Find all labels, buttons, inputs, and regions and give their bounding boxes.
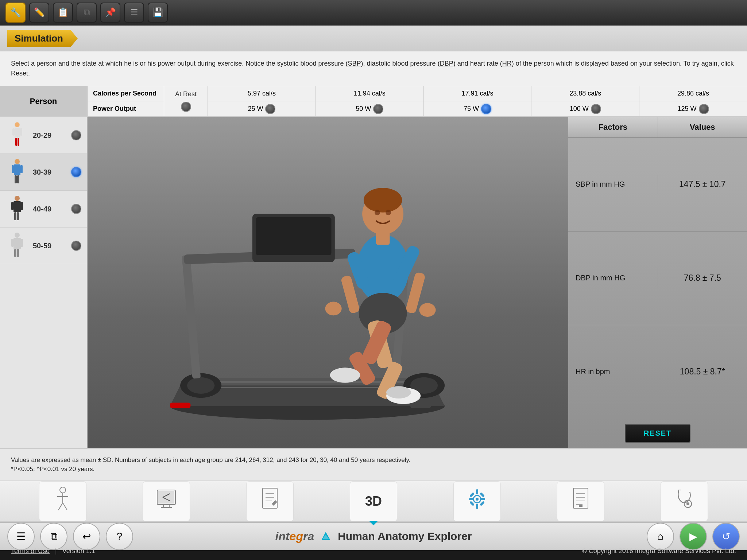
middle-section: 20-29 30-39 <box>0 117 747 448</box>
copy-button[interactable]: ⧉ <box>40 523 67 550</box>
person-row-20-29[interactable]: 20-29 <box>0 117 87 154</box>
bottom-icon-tabs: 3D <box>0 481 747 522</box>
footer-separator: | <box>55 547 57 555</box>
svg-rect-15 <box>14 212 16 220</box>
document-icon <box>570 486 592 516</box>
toolbar: 🔧 ✏️ 📋 ⧉ 📌 ☰ 💾 <box>0 0 747 26</box>
help-button[interactable]: ? <box>106 523 133 550</box>
svg-point-7 <box>15 159 20 164</box>
power-100-radio[interactable] <box>591 104 601 114</box>
power-125: 125 W <box>639 101 747 116</box>
edit-icon <box>259 486 281 516</box>
treadmill-svg <box>88 117 568 448</box>
tab-edit[interactable] <box>246 481 294 521</box>
app-bar: ☰ ⧉ ↩ ? integra Human Anatomy Explorer ⌂… <box>0 522 747 550</box>
tab-document[interactable] <box>557 481 604 521</box>
svg-rect-2 <box>15 138 17 146</box>
person-radio-30-39[interactable] <box>71 167 81 177</box>
power-headers: 5.97 cal/s 25 W 11.94 cal/s 50 W <box>208 86 747 116</box>
factors-header-value: Values <box>658 117 747 137</box>
tab-stethoscope[interactable] <box>661 481 708 521</box>
version-text: Version 1.1 <box>62 547 95 555</box>
toolbar-btn-pin[interactable]: 📌 <box>100 3 120 23</box>
cal-75: 17.91 cal/s <box>424 86 531 101</box>
toolbar-btn-bars[interactable]: ☰ <box>124 3 144 23</box>
person-avatar-50-59 <box>5 231 29 260</box>
toolbar-btn-layers[interactable]: ⧉ <box>77 3 97 23</box>
description-text: Select a person and the state at which h… <box>0 51 747 86</box>
toolbar-btn-wrench[interactable]: 🔧 <box>5 3 26 23</box>
power-25-radio[interactable] <box>265 104 275 114</box>
home-button[interactable]: ⌂ <box>647 523 674 550</box>
integra-logo: integra <box>275 530 314 543</box>
svg-rect-34 <box>170 402 190 408</box>
svg-point-93 <box>686 502 689 505</box>
copyright-text: © Copyright 2016 Integra Software Servic… <box>582 547 736 555</box>
at-rest-radio[interactable] <box>181 102 191 112</box>
person-age-50-59: 50-59 <box>33 242 67 250</box>
play-button[interactable]: ▶ <box>680 523 707 550</box>
person-row-40-49[interactable]: 40-49 <box>0 191 87 228</box>
svg-rect-12 <box>20 165 23 173</box>
factor-value-hr: 108.5 ± 8.7* <box>658 361 747 382</box>
app-bar-left: ☰ ⧉ ↩ ? <box>0 523 194 550</box>
svg-rect-91 <box>579 505 582 507</box>
tab-settings[interactable] <box>453 481 501 521</box>
svg-rect-10 <box>17 175 19 183</box>
tab-3d[interactable]: 3D <box>350 481 397 521</box>
svg-rect-9 <box>15 175 17 183</box>
3d-icon: 3D <box>365 494 382 509</box>
settings-icon <box>466 486 488 516</box>
stethoscope-icon <box>673 486 695 516</box>
svg-rect-23 <box>11 239 13 247</box>
sim-title-banner: Simulation <box>7 30 78 47</box>
svg-rect-4 <box>12 128 15 136</box>
power-125-radio[interactable] <box>699 104 709 114</box>
tab-body[interactable] <box>39 481 86 521</box>
toolbar-btn-save[interactable]: 💾 <box>148 3 168 23</box>
svg-rect-20 <box>13 238 21 249</box>
menu-button[interactable]: ☰ <box>7 523 35 550</box>
content-wrapper: Simulation Select a person and the state… <box>0 26 747 481</box>
power-100: 100 W <box>531 101 639 116</box>
svg-rect-16 <box>17 212 19 220</box>
svg-point-49 <box>325 302 341 316</box>
svg-rect-17 <box>11 202 13 210</box>
app-bar-right: ⌂ ▶ ↺ <box>553 523 747 550</box>
toolbar-btn-clipboard[interactable]: 📋 <box>53 3 73 23</box>
person-radio-20-29[interactable] <box>71 130 81 140</box>
toolbar-btn-pencil[interactable]: ✏️ <box>29 3 49 23</box>
svg-point-13 <box>15 196 20 201</box>
footer-left: Terms of Use | Version 1.1 <box>11 547 95 555</box>
svg-point-47 <box>419 303 436 317</box>
factor-value-sbp: 147.5 ± 10.7 <box>658 174 747 195</box>
power-50-radio[interactable] <box>373 104 383 114</box>
svg-rect-1 <box>15 128 20 138</box>
svg-rect-24 <box>21 239 23 247</box>
screen-icon <box>155 486 177 516</box>
terms-of-use[interactable]: Terms of Use <box>11 547 50 555</box>
tab-screen[interactable] <box>143 481 190 521</box>
at-rest-label: At Rest <box>175 90 197 98</box>
factor-row-dbp: DBP in mm HG 76.8 ± 7.5 <box>568 232 747 325</box>
svg-rect-72 <box>263 488 277 508</box>
svg-point-19 <box>15 233 20 238</box>
svg-rect-22 <box>17 249 19 257</box>
sim-title: Simulation <box>15 33 63 44</box>
power-75-radio[interactable] <box>481 104 491 114</box>
svg-point-60 <box>386 210 391 215</box>
power-col-25: 5.97 cal/s 25 W <box>208 86 316 116</box>
refresh-button[interactable]: ↺ <box>712 523 740 550</box>
power-col-100: 23.88 cal/s 100 W <box>531 86 639 116</box>
person-row-50-59[interactable]: 50-59 <box>0 228 87 264</box>
svg-rect-36 <box>182 255 201 379</box>
cal-125: 29.86 cal/s <box>639 86 747 101</box>
person-radio-50-59[interactable] <box>71 241 81 251</box>
reset-section: RESET <box>568 419 747 448</box>
person-row-30-39[interactable]: 30-39 <box>0 154 87 191</box>
person-radio-40-49[interactable] <box>71 204 81 214</box>
svg-rect-67 <box>158 491 174 503</box>
reset-button[interactable]: RESET <box>625 424 691 443</box>
app-name: Human Anatomy Explorer <box>338 530 472 542</box>
reply-button[interactable]: ↩ <box>73 523 100 550</box>
